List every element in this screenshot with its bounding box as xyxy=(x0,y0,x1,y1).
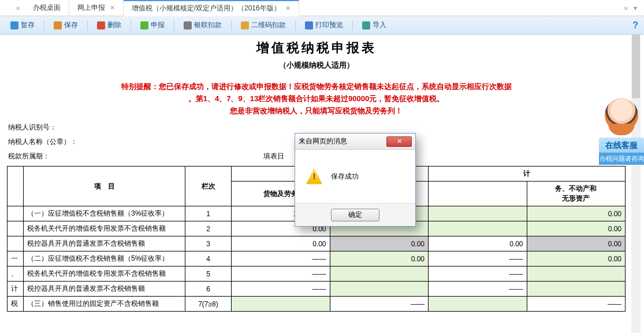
save-temp-button[interactable]: 暂存 xyxy=(6,19,39,31)
cell-c1[interactable]: —— xyxy=(232,267,330,282)
cell-c2[interactable]: 0.00 xyxy=(330,236,429,251)
row-lan: 6 xyxy=(185,282,232,297)
table-row: 税控器具开具的普通发票不含税销售额30.000.000.000.00 xyxy=(8,236,626,251)
row-side: 、 xyxy=(8,267,24,282)
col-goods2 xyxy=(429,182,527,206)
cell-c4[interactable]: 0.00 xyxy=(527,221,626,236)
page-title: 增值税纳税申报表 xyxy=(7,39,626,57)
cell-c2[interactable]: 0.00 xyxy=(330,251,429,267)
declare-icon xyxy=(140,21,148,29)
page-subtitle: （小规模纳税人适用） xyxy=(7,60,626,71)
cell-c2[interactable]: —— xyxy=(330,297,429,312)
tab-label: 网上申报 xyxy=(77,3,105,13)
dialog-message: 保存成功 xyxy=(331,172,359,182)
cell-c3[interactable] xyxy=(429,221,527,236)
cell-c2[interactable] xyxy=(330,267,429,282)
row-item: 税务机关代开的增值税专用发票不含税销售额 xyxy=(24,267,185,282)
table-row: 税（三）销售使用过的固定资产不含税销售额7(7≥8)———— xyxy=(8,297,626,312)
tabs-prev-icon[interactable]: « xyxy=(12,0,25,16)
row-side: 税 xyxy=(8,297,24,312)
row-lan: 5 xyxy=(185,267,232,282)
row-item: 税务机关代开的增值税专用发票不含税销售额 xyxy=(24,221,185,236)
tax-period-label: 税款所属期： xyxy=(8,152,50,160)
tab-label: 办税桌面 xyxy=(33,3,61,13)
row-item: （一）应征增值税不含税销售额（3%征收率） xyxy=(24,206,185,221)
row-item: 税控器具开具的普通发票不含税销售额 xyxy=(24,236,185,251)
warning-banner: 特别提醒：您已保存成功，请进行修改或申报数据！应税货物劳务核定销售额未达起征点，… xyxy=(9,81,623,117)
col-item: 项 目 xyxy=(24,166,185,206)
dialog-titlebar[interactable]: 来自网页的消息 ✕ xyxy=(295,134,415,150)
col-hj: 计 xyxy=(429,166,626,182)
save-button[interactable]: 保存 xyxy=(49,19,83,31)
dialog-ok-button[interactable]: 确定 xyxy=(331,209,379,221)
customer-service-widget[interactable]: 在线客服 办税问题请咨询 xyxy=(599,98,644,165)
row-side xyxy=(8,206,24,221)
cell-c4[interactable]: 0.00 xyxy=(527,206,626,221)
row-item: 税控器具开具的普通发票不含税销售额 xyxy=(24,282,185,297)
cell-c1[interactable]: 0.00 xyxy=(232,236,330,251)
save-success-dialog: 来自网页的消息 ✕ 保存成功 确定 xyxy=(295,133,416,227)
cs-title: 在线客服 xyxy=(599,138,644,153)
col-service2: 务、不动产和 无形资产 xyxy=(527,182,626,206)
cell-c3[interactable]: —— xyxy=(429,251,527,267)
cell-c3[interactable]: —— xyxy=(429,282,527,297)
cell-c4[interactable]: 0.00 xyxy=(527,236,626,251)
dialog-close-button[interactable]: ✕ xyxy=(386,136,412,147)
tab-label: 增值税（小规模核定/双定户适用）（2016年版） xyxy=(132,3,281,13)
tab-desktop[interactable]: 办税桌面 xyxy=(25,0,69,16)
cell-c4[interactable] xyxy=(527,267,626,282)
fill-date-label: 填表日 xyxy=(263,151,284,161)
row-side: 一 xyxy=(8,251,24,267)
row-item: （三）销售使用过的固定资产不含税销售额 xyxy=(24,297,185,312)
unionpay-icon xyxy=(184,21,192,29)
warning-icon xyxy=(306,168,323,185)
dialog-title: 来自网页的消息 xyxy=(299,136,347,146)
help-icon[interactable]: ? xyxy=(632,20,638,31)
cell-c1[interactable] xyxy=(232,297,330,312)
col-lanci: 栏次 xyxy=(185,166,232,206)
tabs-next-icon[interactable]: » xyxy=(624,4,628,12)
save-icon xyxy=(54,21,62,29)
cell-c4[interactable]: 0.00 xyxy=(527,251,626,267)
scrollbar-thumb[interactable] xyxy=(632,35,640,98)
cell-c1[interactable]: —— xyxy=(232,282,330,297)
cell-c4[interactable]: —— xyxy=(527,297,626,312)
close-icon[interactable]: ✕ xyxy=(110,4,115,12)
declare-button[interactable]: 申报 xyxy=(136,19,169,31)
scrollbar[interactable] xyxy=(631,35,641,333)
tabs-menu-icon[interactable]: ▾ xyxy=(634,4,637,12)
cell-c1[interactable]: —— xyxy=(232,251,330,267)
cell-c3[interactable] xyxy=(429,206,527,221)
print-preview-button[interactable]: 打印预览 xyxy=(300,19,348,31)
taxpayer-name-label: 纳税人名称（公章）： xyxy=(8,138,77,146)
cell-c3[interactable]: 0.00 xyxy=(429,236,527,251)
row-lan: 3 xyxy=(185,236,232,251)
col-side xyxy=(8,166,24,206)
unionpay-button[interactable]: 银联扣款 xyxy=(179,19,226,31)
tab-vat-form[interactable]: 增值税（小规模核定/双定户适用）（2016年版）✕ xyxy=(124,0,299,16)
delete-icon xyxy=(97,21,105,29)
row-side xyxy=(8,221,24,236)
row-item: （二）应征增值税不含税销售额（5%征收率） xyxy=(24,251,185,267)
cs-subtitle: 办税问题请咨询 xyxy=(599,153,644,165)
import-icon xyxy=(362,21,370,29)
print-icon xyxy=(305,21,313,29)
cell-c3[interactable] xyxy=(429,297,527,312)
row-side xyxy=(8,236,24,251)
cell-c4[interactable] xyxy=(527,282,626,297)
import-button[interactable]: 导入 xyxy=(358,19,391,31)
table-row: 、税务机关代开的增值税专用发票不含税销售额5———— xyxy=(8,267,626,282)
row-lan: 7(7≥8) xyxy=(185,297,232,312)
row-side: 计 xyxy=(8,282,24,297)
taxpayer-id-label: 纳税人识别号： xyxy=(8,123,57,131)
row-lan: 2 xyxy=(185,221,232,236)
tab-online-declare[interactable]: 网上申报✕ xyxy=(69,0,124,16)
qrpay-button[interactable]: 二维码扣款 xyxy=(236,19,291,31)
qr-icon xyxy=(241,21,249,29)
cell-c2[interactable] xyxy=(330,282,429,297)
cell-c3[interactable]: —— xyxy=(429,267,527,282)
row-lan: 1 xyxy=(185,206,232,221)
delete-button[interactable]: 删除 xyxy=(92,19,126,31)
close-icon[interactable]: ✕ xyxy=(285,5,291,12)
tabs-bar: « 办税桌面 网上申报✕ 增值税（小规模核定/双定户适用）（2016年版）✕ »… xyxy=(0,0,644,16)
